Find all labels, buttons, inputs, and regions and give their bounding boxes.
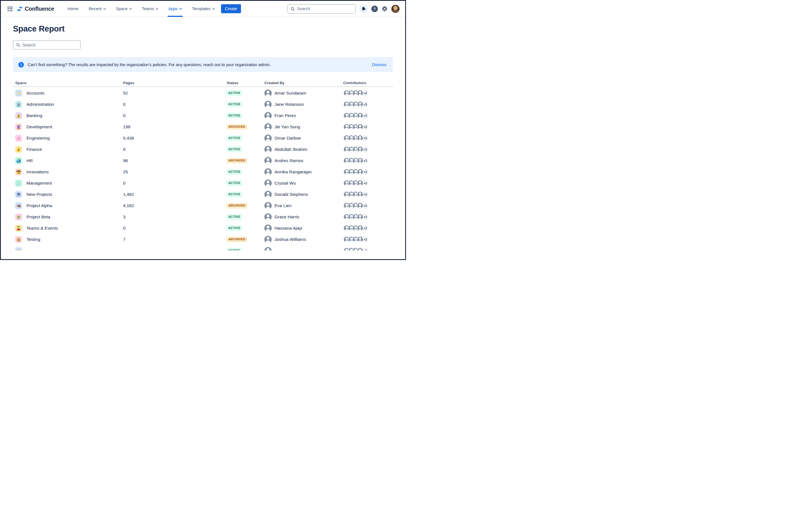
user-avatar[interactable] bbox=[391, 5, 400, 13]
crystal-ball-icon: 🔮 bbox=[15, 124, 22, 130]
person-avatar-icon bbox=[264, 247, 272, 251]
contributors-avatars[interactable]: +3 bbox=[343, 89, 369, 97]
sparkles-icon: ✨ bbox=[15, 90, 22, 97]
table-row[interactable]: 🙊 Testing 7 ARCHIVED Joshua Williams +3 bbox=[13, 234, 393, 245]
status-badge: ACTIVE bbox=[227, 180, 242, 186]
table-row[interactable]: 😎 New Projects 1,482 ACTIVE Donald Steph… bbox=[13, 189, 393, 200]
table-row[interactable]: ✨ Accounts 52 ACTIVE Amar Sundaram +3 bbox=[13, 87, 393, 99]
chevron-down-icon bbox=[156, 8, 158, 10]
pages-count: 96 bbox=[123, 158, 128, 163]
table-header-row: Space Pages Status Created By Contributo… bbox=[13, 81, 393, 87]
contributors-avatars[interactable]: +3 bbox=[343, 202, 369, 209]
banner-message: Can’t find something? The results are im… bbox=[28, 62, 271, 67]
person-avatar-icon bbox=[357, 191, 363, 198]
confluence-logo[interactable]: Confluence bbox=[17, 6, 54, 12]
contributors-avatars[interactable]: +3 bbox=[343, 180, 369, 187]
person-avatar-icon bbox=[357, 146, 363, 153]
status-badge: ACTIVE bbox=[227, 248, 242, 251]
pages-count: 3 bbox=[123, 214, 126, 219]
table-row[interactable]: 🌵 Project Beta 3 ACTIVE Grace Harris +3 bbox=[13, 211, 393, 223]
status-badge: ACTIVE bbox=[227, 147, 242, 152]
person-avatar-icon bbox=[264, 123, 272, 131]
contributors-avatars[interactable]: +3 bbox=[343, 123, 369, 131]
contributors-avatars[interactable]: +3 bbox=[343, 101, 369, 108]
created-by-name: Grace Harris bbox=[275, 214, 299, 219]
smiling-face-sunglasses-icon: 😎 bbox=[15, 191, 22, 198]
global-search-input[interactable] bbox=[297, 6, 353, 11]
created-by-name: Crystal Wu bbox=[275, 181, 296, 186]
top-navigation-bar: Confluence Home Recent Space Teams Apps bbox=[1, 1, 405, 17]
space-name: Engineering bbox=[26, 136, 50, 141]
space-name: Innovations bbox=[26, 170, 49, 175]
raising-hands-icon: 🙌 bbox=[15, 247, 22, 251]
contributors-avatars[interactable]: +3 bbox=[343, 134, 369, 142]
contributors-avatars[interactable]: +3 bbox=[343, 247, 369, 251]
pages-count: 52 bbox=[123, 90, 128, 96]
status-badge: ARCHIVED bbox=[227, 237, 247, 242]
table-row[interactable]: 🌸 Engineering 5,438 ACTIVE Omar Darboe +… bbox=[13, 132, 393, 144]
search-icon bbox=[16, 43, 20, 47]
contributors-avatars[interactable]: +3 bbox=[343, 112, 369, 119]
table-row[interactable]: 🏛️ Administration 0 ACTIVE Jane Rotanson… bbox=[13, 99, 393, 110]
person-avatar-icon bbox=[264, 191, 272, 198]
comet-icon: ☄️ bbox=[15, 180, 22, 186]
notifications-bell-icon[interactable] bbox=[359, 4, 368, 13]
person-avatar-icon bbox=[357, 225, 363, 232]
nav-item-templates[interactable]: Templates bbox=[192, 1, 215, 17]
money-bag-icon: 💰 bbox=[15, 146, 22, 153]
status-badge: ARCHIVED bbox=[227, 158, 247, 163]
nav-item-apps[interactable]: Apps bbox=[168, 1, 182, 17]
nav-item-teams[interactable]: Teams bbox=[142, 1, 158, 17]
contributors-avatars[interactable]: +3 bbox=[343, 157, 369, 164]
created-by-name: Donald Stephens bbox=[275, 192, 308, 197]
contributors-avatars[interactable]: +3 bbox=[343, 213, 369, 220]
table-row[interactable]: 🙌 ACTIVE +3 bbox=[13, 245, 393, 251]
table-row[interactable]: 🦔 Project Alpha 4,182 ARCHIVED Eva Lien … bbox=[13, 200, 393, 211]
status-badge: ACTIVE bbox=[227, 226, 242, 231]
status-badge: ACTIVE bbox=[227, 214, 242, 219]
person-avatar-icon bbox=[357, 90, 363, 97]
help-icon[interactable]: ? bbox=[371, 6, 378, 12]
status-badge: ACTIVE bbox=[227, 192, 242, 197]
table-row[interactable]: 🍒 Teams & Events 0 ACTIVE Hassana Ajayi … bbox=[13, 223, 393, 234]
nav-item-recent[interactable]: Recent bbox=[89, 1, 106, 17]
created-by-name: Omar Darboe bbox=[275, 136, 301, 141]
dismiss-link[interactable]: Dismiss bbox=[372, 62, 386, 67]
report-search[interactable] bbox=[13, 40, 80, 50]
app-switcher-icon[interactable] bbox=[8, 6, 12, 11]
table-row[interactable]: 💰 Banking 0 ACTIVE Fran Perez +3 bbox=[13, 110, 393, 121]
space-name: Project Beta bbox=[26, 214, 50, 219]
contributors-avatars[interactable]: +3 bbox=[343, 225, 369, 232]
person-avatar-icon bbox=[264, 236, 272, 243]
person-avatar-icon bbox=[264, 168, 272, 176]
person-avatar-icon bbox=[357, 213, 363, 220]
contributors-avatars[interactable]: +3 bbox=[343, 191, 369, 198]
contributors-avatars[interactable]: +3 bbox=[343, 146, 369, 153]
table-row[interactable]: 🔮 Development 198 ARCHIVED Jie Yan Song … bbox=[13, 121, 393, 132]
pages-count: 0 bbox=[123, 113, 126, 118]
status-badge: ARCHIVED bbox=[227, 124, 247, 129]
confluence-window: Confluence Home Recent Space Teams Apps bbox=[0, 0, 406, 260]
create-button[interactable]: Create bbox=[221, 4, 241, 13]
created-by-name: Hassana Ajayi bbox=[275, 226, 302, 231]
report-search-input[interactable] bbox=[23, 43, 77, 47]
pages-count: 0 bbox=[123, 147, 126, 152]
table-row[interactable]: 💰 Finance 0 ACTIVE Abdullah Ibrahim +3 bbox=[13, 144, 393, 155]
space-name: HR bbox=[26, 158, 33, 163]
contributors-avatars[interactable]: +3 bbox=[343, 168, 369, 176]
status-badge: ACTIVE bbox=[227, 135, 242, 141]
created-by-name: Eva Lien bbox=[275, 203, 291, 208]
nav-item-space[interactable]: Space bbox=[116, 1, 132, 17]
info-icon: i bbox=[18, 62, 24, 68]
table-row[interactable]: ☄️ Management 0 ACTIVE Crystal Wu +3 bbox=[13, 178, 393, 189]
settings-gear-icon[interactable] bbox=[381, 6, 388, 12]
table-row[interactable]: 🌏 HR 96 ARCHIVED Andres Ramos +3 bbox=[13, 155, 393, 166]
classical-building-icon: 🏛️ bbox=[15, 101, 22, 108]
contributors-avatars[interactable]: +3 bbox=[343, 236, 369, 243]
nav-item-home[interactable]: Home bbox=[68, 1, 79, 17]
column-header-pages: Pages bbox=[121, 81, 224, 85]
global-search[interactable] bbox=[287, 4, 356, 14]
space-report-table: Space Pages Status Created By Contributo… bbox=[13, 81, 393, 251]
table-body: ✨ Accounts 52 ACTIVE Amar Sundaram +3 🏛️… bbox=[13, 87, 393, 251]
table-row[interactable]: 🤠 Innovations 25 ACTIVE Annika Rangaraja… bbox=[13, 166, 393, 178]
